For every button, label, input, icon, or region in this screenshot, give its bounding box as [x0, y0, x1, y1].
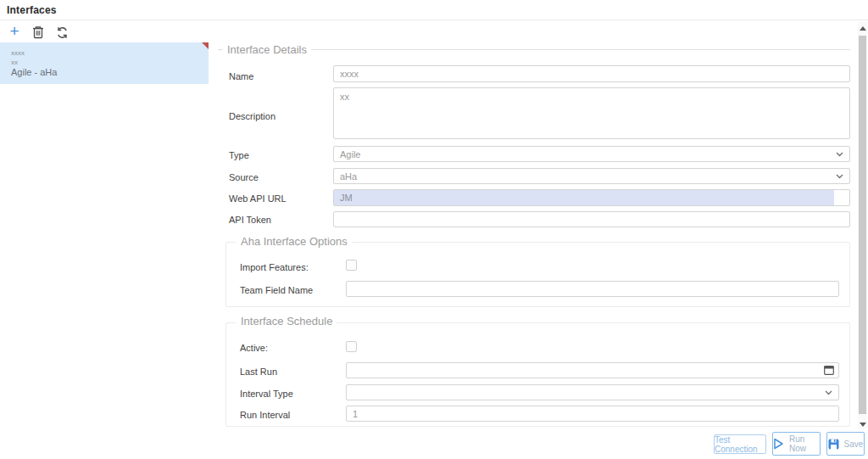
calendar-icon[interactable]	[824, 365, 834, 375]
play-icon	[773, 438, 784, 450]
trash-icon	[32, 25, 44, 39]
save-button[interactable]: Save	[826, 432, 865, 456]
unsaved-flag-icon	[202, 42, 209, 49]
refresh-list-button[interactable]	[53, 24, 70, 41]
title-bar: Interfaces	[0, 0, 868, 20]
save-label: Save	[844, 439, 864, 449]
interface-list-item-selected[interactable]: xxxx xx Agile - aHa	[0, 42, 209, 84]
scrollbar-down-arrow-icon[interactable]	[860, 423, 866, 427]
import-features-label: Import Features:	[240, 262, 309, 272]
scrollbar-thumb[interactable]	[859, 36, 866, 414]
run-now-button[interactable]: Run Now	[772, 432, 821, 456]
page-title: Interfaces	[7, 4, 57, 16]
team-field-name-input[interactable]	[346, 281, 839, 297]
source-select[interactable]: aHa	[333, 168, 850, 184]
web-api-url-input[interactable]	[333, 189, 850, 206]
interfaces-window: Interfaces + xxxx xx Agile - aHa	[0, 0, 868, 459]
test-connection-label: Test Connection	[715, 435, 765, 454]
type-select-value: Agile	[340, 149, 836, 160]
description-label: Description	[229, 111, 275, 121]
details-section-rule	[218, 49, 850, 50]
name-label: Name	[229, 71, 253, 81]
aha-options-fieldset	[225, 242, 850, 307]
last-run-input[interactable]	[346, 362, 839, 378]
list-item-description: xx	[11, 59, 18, 66]
team-field-name-label: Team Field Name	[240, 285, 313, 295]
active-label: Active:	[240, 343, 268, 353]
run-now-label: Run Now	[789, 434, 820, 453]
interval-type-select[interactable]	[346, 384, 839, 400]
type-select[interactable]: Agile	[333, 146, 850, 162]
interval-type-label: Interval Type	[240, 389, 293, 399]
description-textarea[interactable]: xx	[333, 87, 850, 139]
delete-interface-button[interactable]	[30, 24, 47, 41]
chevron-down-icon	[836, 174, 843, 179]
add-interface-button[interactable]: +	[6, 23, 23, 40]
run-interval-input[interactable]	[346, 406, 839, 422]
scrollbar-up-arrow-icon[interactable]	[860, 26, 866, 31]
schedule-section-title: Interface Schedule	[236, 315, 337, 327]
chevron-down-icon	[836, 152, 843, 157]
api-token-label: API Token	[229, 215, 271, 225]
run-interval-label: Run Interval	[240, 410, 290, 420]
active-checkbox[interactable]	[346, 341, 357, 352]
api-token-input[interactable]	[333, 211, 850, 227]
web-api-url-label: Web API URL	[229, 193, 287, 204]
test-connection-button[interactable]: Test Connection	[714, 434, 766, 454]
list-item-type-source: Agile - aHa	[11, 67, 57, 77]
aha-options-section-title: Aha Interface Options	[236, 235, 352, 248]
type-label: Type	[229, 150, 249, 160]
list-item-name: xxxx	[11, 49, 25, 57]
name-input[interactable]	[333, 65, 850, 82]
source-label: Source	[229, 172, 259, 182]
last-run-label: Last Run	[240, 367, 277, 377]
chevron-down-icon	[825, 390, 832, 395]
save-floppy-icon	[828, 439, 839, 450]
plus-icon: +	[9, 25, 19, 38]
details-section-title: Interface Details	[223, 43, 311, 56]
source-select-value: aHa	[340, 171, 836, 182]
refresh-icon	[56, 26, 69, 39]
import-features-checkbox[interactable]	[346, 260, 357, 271]
